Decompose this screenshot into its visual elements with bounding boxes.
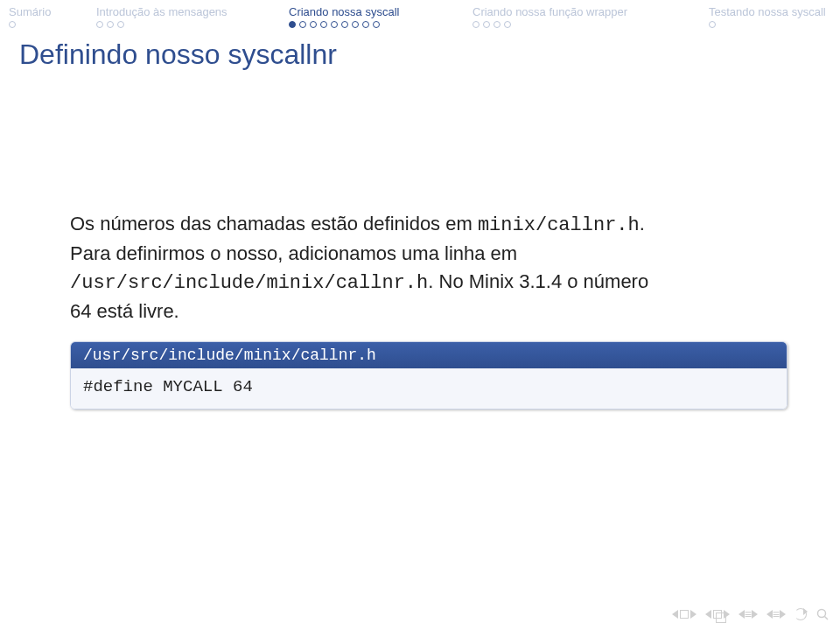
slide-body: Os números das chamadas estão definidos …	[70, 210, 788, 410]
body-paragraph: Os números das chamadas estão definidos …	[70, 210, 788, 326]
dot-icon	[373, 21, 380, 28]
dot-icon	[341, 21, 348, 28]
dot-icon	[117, 21, 124, 28]
triangle-left-icon	[766, 610, 773, 619]
progress-dots	[289, 21, 380, 28]
dot-icon	[96, 21, 103, 28]
progress-dots	[709, 21, 716, 28]
slide-nav-controls: ≡ ≡	[672, 607, 830, 621]
text: 64 está livre.	[70, 300, 179, 322]
text: Os números das chamadas estão definidos …	[70, 213, 478, 234]
triangle-right-icon	[780, 610, 786, 619]
svg-point-0	[818, 610, 826, 618]
section-nav: Sumário Introdução às mensagens Criando …	[0, 0, 840, 28]
dot-icon	[320, 21, 327, 28]
search-button[interactable]	[816, 607, 830, 621]
frames-icon	[713, 610, 722, 619]
lines-icon: ≡	[773, 607, 780, 621]
lines-icon: ≡	[745, 607, 752, 621]
code-inline: /usr/src/include/minix/callnr.h	[70, 272, 428, 294]
code-inline: minix/callnr.h	[478, 214, 640, 236]
search-icon	[816, 607, 830, 621]
nav-section-criando-syscall[interactable]: Criando nossa syscall	[289, 5, 472, 28]
dot-icon	[362, 21, 369, 28]
triangle-right-icon	[690, 610, 696, 619]
nav-section-testando[interactable]: Testando nossa syscall	[709, 5, 840, 28]
triangle-right-icon	[752, 610, 758, 619]
dot-icon	[289, 21, 296, 28]
nav-label: Criando nossa syscall	[289, 5, 399, 18]
text: . No Minix 3.1.4 o número	[428, 270, 648, 292]
dot-icon	[107, 21, 114, 28]
nav-label: Testando nossa syscall	[709, 5, 826, 18]
progress-dots	[472, 21, 511, 28]
back-button[interactable]	[794, 608, 807, 620]
code-block-body: #define MYCALL 64	[71, 368, 787, 409]
text: Para definirmos o nosso, adicionamos uma…	[70, 242, 517, 264]
progress-dots	[96, 21, 124, 28]
progress-dots	[9, 21, 16, 28]
prev-slide-button[interactable]	[672, 610, 696, 619]
nav-section-wrapper[interactable]: Criando nossa função wrapper	[472, 5, 709, 28]
prev-subsection-button[interactable]: ≡	[738, 607, 758, 621]
dot-icon	[331, 21, 338, 28]
dot-icon	[494, 21, 500, 28]
nav-label: Criando nossa função wrapper	[472, 5, 627, 18]
dot-icon	[310, 21, 317, 28]
dot-icon	[352, 21, 359, 28]
text: .	[640, 213, 645, 234]
dot-icon	[472, 21, 480, 28]
nav-section-introducao[interactable]: Introdução às mensagens	[96, 5, 289, 28]
nav-section-sumario[interactable]: Sumário	[9, 5, 96, 28]
dot-icon	[504, 21, 511, 28]
svg-line-1	[825, 617, 829, 620]
prev-section-button[interactable]	[705, 610, 730, 619]
triangle-left-icon	[738, 610, 745, 619]
next-subsection-button[interactable]: ≡	[766, 607, 786, 621]
slide-title: Definindo nosso syscallnr	[0, 28, 840, 71]
frame-icon	[680, 610, 689, 619]
undo-icon	[794, 608, 807, 620]
nav-label: Sumário	[9, 5, 51, 18]
dot-icon	[709, 21, 716, 28]
code-block-title: /usr/src/include/minix/callnr.h	[71, 342, 787, 368]
dot-icon	[299, 21, 306, 28]
dot-icon	[9, 21, 16, 28]
code-block: /usr/src/include/minix/callnr.h #define …	[70, 341, 788, 410]
triangle-left-icon	[705, 610, 711, 619]
triangle-left-icon	[672, 610, 678, 619]
nav-label: Introdução às mensagens	[96, 5, 228, 18]
dot-icon	[483, 21, 490, 28]
